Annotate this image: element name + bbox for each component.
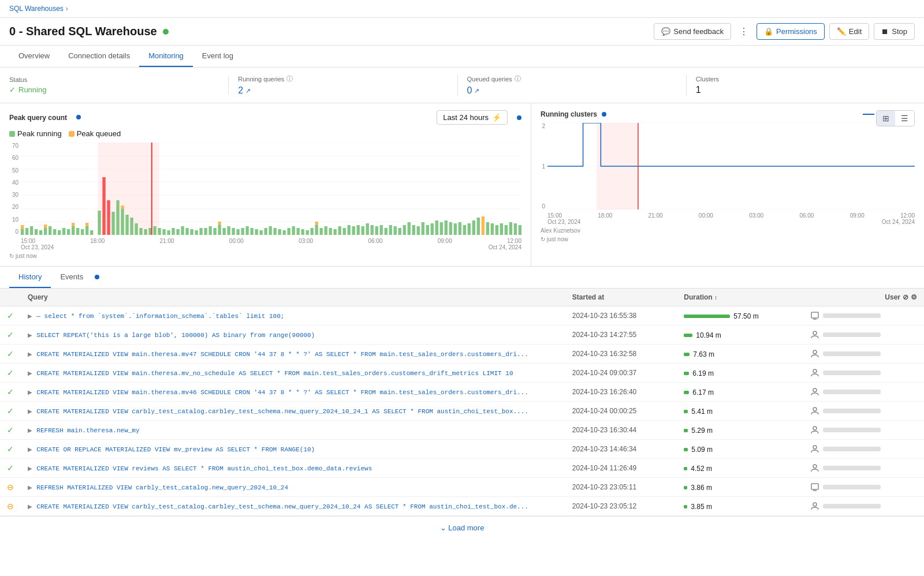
filter-icon[interactable]: ⊘ — [903, 293, 908, 301]
th-expand — [0, 289, 21, 306]
cell-started-at: 2024-10-23 14:27:55 — [565, 326, 677, 345]
tab-connection-details[interactable]: Connection details — [59, 46, 139, 67]
svg-rect-77 — [338, 226, 341, 235]
cell-query[interactable]: ▶ CREATE MATERIALIZED VIEW reviews AS SE… — [21, 459, 565, 478]
svg-rect-56 — [241, 228, 244, 235]
svg-point-137 — [813, 427, 817, 430]
svg-rect-101 — [449, 222, 452, 235]
sort-icon: ↕ — [714, 294, 717, 301]
cell-query[interactable]: ▶ — select * from `system`.`information_… — [21, 306, 565, 326]
svg-rect-70 — [306, 230, 309, 235]
table-row[interactable]: ✓ ▶ CREATE OR REPLACE MATERIALIZED VIEW … — [0, 440, 924, 459]
svg-rect-114 — [509, 222, 512, 235]
table-row[interactable]: ✓ ▶ CREATE MATERIALIZED VIEW carbly_test… — [0, 402, 924, 421]
svg-rect-35 — [144, 229, 147, 235]
cluster-user-label: Alex Kuznetsov — [541, 227, 580, 234]
cell-query[interactable]: ▶ CREATE MATERIALIZED VIEW main.theresa.… — [21, 364, 565, 383]
expand-icon[interactable]: ▶ — [28, 370, 32, 376]
cell-query[interactable]: ▶ CREATE MATERIALIZED VIEW carbly_test_c… — [21, 402, 565, 421]
breadcrumb-separator: › — [66, 5, 68, 13]
table-row[interactable]: ✓ ▶ CREATE MATERIALIZED VIEW reviews AS … — [0, 459, 924, 478]
expand-icon[interactable]: ▶ — [28, 484, 32, 491]
cell-query[interactable]: ▶ CREATE MATERIALIZED VIEW main.theresa.… — [21, 345, 565, 364]
tab-monitoring[interactable]: Monitoring — [139, 46, 193, 67]
tab-events[interactable]: Events — [51, 267, 92, 288]
svg-rect-115 — [514, 223, 517, 235]
time-filter[interactable]: Last 24 hours ⚡ — [437, 110, 508, 125]
svg-rect-49 — [208, 226, 211, 235]
svg-rect-44 — [185, 228, 188, 235]
tab-overview[interactable]: Overview — [9, 46, 59, 67]
th-duration: Duration ↕ — [677, 289, 803, 306]
svg-rect-87 — [385, 228, 388, 235]
more-options-button[interactable]: ⋮ — [736, 23, 752, 40]
send-feedback-button[interactable]: 💬 Send feedback — [654, 23, 731, 40]
tab-event-log[interactable]: Event log — [193, 46, 243, 67]
edit-button[interactable]: ✏️ Edit — [829, 23, 869, 40]
table-row[interactable]: ✓ ▶ — select * from `system`.`informatio… — [0, 306, 924, 326]
svg-rect-83 — [366, 223, 369, 235]
table-row[interactable]: ✓ ▶ CREATE MATERIALIZED VIEW main.theres… — [0, 364, 924, 383]
cell-query[interactable]: ▶ REFRESH main.theresa.new_my — [21, 421, 565, 440]
svg-rect-50 — [213, 228, 216, 235]
table-row[interactable]: ✓ ▶ SELECT REPEAT('this is a large blob'… — [0, 326, 924, 345]
tab-history[interactable]: History — [9, 267, 51, 288]
expand-icon[interactable]: ▶ — [28, 351, 32, 357]
svg-rect-82 — [362, 226, 364, 235]
cell-query[interactable]: ▶ CREATE MATERIALIZED VIEW carbly_test_c… — [21, 497, 565, 516]
expand-icon[interactable]: ▶ — [28, 465, 32, 472]
svg-rect-100 — [445, 220, 448, 235]
cell-query[interactable]: ▶ REFRESH MATERIALIZED VIEW carbly_test_… — [21, 478, 565, 497]
svg-rect-74 — [325, 226, 327, 235]
stat-status-label: Status — [9, 76, 219, 83]
expand-icon[interactable]: ▶ — [28, 313, 32, 319]
table-row[interactable]: ✓ ▶ REFRESH main.theresa.new_my 2024-10-… — [0, 421, 924, 440]
permissions-button[interactable]: 🔒 Permissions — [757, 23, 825, 40]
svg-rect-18 — [62, 228, 65, 235]
table-row[interactable]: ⊖ ▶ CREATE MATERIALIZED VIEW carbly_test… — [0, 497, 924, 516]
cell-started-at: 2024-10-23 14:46:34 — [565, 440, 677, 459]
running-external-link[interactable]: ↗ — [245, 87, 251, 95]
cell-query[interactable]: ▶ CREATE MATERIALIZED VIEW main.theresa.… — [21, 383, 565, 402]
legend-running-label: Peak running — [17, 129, 62, 138]
svg-rect-46 — [195, 230, 198, 235]
cell-status: ✓ — [0, 364, 21, 383]
svg-rect-24 — [90, 230, 93, 235]
cell-query[interactable]: ▶ CREATE OR REPLACE MATERIALIZED VIEW mv… — [21, 440, 565, 459]
step4-badge — [602, 112, 606, 117]
expand-icon[interactable]: ▶ — [28, 446, 32, 452]
header-right: 💬 Send feedback ⋮ 🔒 Permissions ✏️ Edit … — [654, 23, 915, 40]
step5-badge — [95, 275, 99, 279]
table-row[interactable]: ✓ ▶ CREATE MATERIALIZED VIEW main.theres… — [0, 345, 924, 364]
cluster-chart-svg — [547, 123, 915, 210]
svg-rect-25 — [98, 211, 100, 235]
expand-icon[interactable]: ▶ — [28, 332, 32, 338]
expand-icon[interactable]: ▶ — [28, 389, 32, 395]
time-filter-label: Last 24 hours — [443, 113, 489, 122]
query-text: — select * from `system`.`information_sc… — [36, 313, 284, 320]
cell-user — [803, 364, 924, 383]
expand-icon[interactable]: ▶ — [28, 408, 32, 414]
table-row[interactable]: ✓ ▶ CREATE MATERIALIZED VIEW main.theres… — [0, 383, 924, 402]
stop-icon: ⏹ — [881, 27, 889, 36]
stop-button[interactable]: ⏹ Stop — [874, 23, 915, 40]
load-more-button[interactable]: ⌄ Load more — [440, 523, 485, 532]
svg-rect-34 — [139, 228, 142, 235]
expand-icon[interactable]: ▶ — [28, 427, 32, 433]
svg-rect-22 — [81, 229, 84, 235]
table-row[interactable]: ⊖ ▶ REFRESH MATERIALIZED VIEW carbly_tes… — [0, 478, 924, 497]
stat-status-value: ✓ Running — [9, 85, 219, 94]
breadcrumb-link[interactable]: SQL Warehouses — [9, 5, 64, 13]
legend-running: Peak running — [9, 129, 62, 138]
cell-user — [803, 459, 924, 478]
expand-icon[interactable]: ▶ — [28, 503, 32, 510]
cell-duration: 10.94 m — [677, 326, 803, 345]
refresh-icon: ⚡ — [492, 113, 501, 122]
queued-external-link[interactable]: ↗ — [474, 87, 479, 95]
svg-rect-78 — [343, 228, 346, 235]
cell-query[interactable]: ▶ SELECT REPEAT('this is a large blob', … — [21, 326, 565, 345]
settings-icon[interactable]: ⚙ — [911, 293, 917, 301]
svg-rect-13 — [39, 230, 42, 235]
cell-started-at: 2024-10-23 16:55:38 — [565, 306, 677, 326]
svg-rect-15 — [49, 226, 51, 235]
